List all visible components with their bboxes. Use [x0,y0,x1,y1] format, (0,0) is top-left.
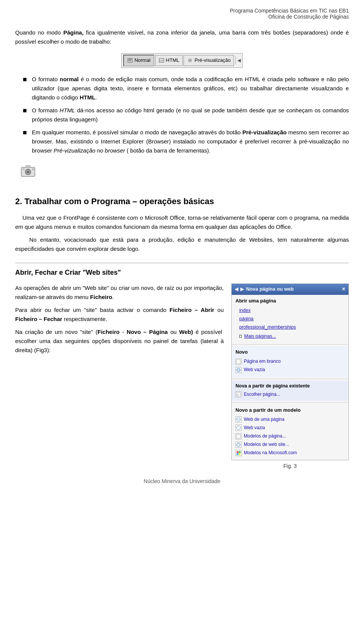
panel-modelo-web-row: Web de uma página [235,416,345,423]
subsection-para3: Na criação de um novo "site" (Ficheiro -… [15,327,224,355]
panel-abrir-section: Abrir uma página index página profession… [232,295,348,343]
intro-paragraph: Quando no modo Página, fica igualmente v… [15,28,349,46]
svg-rect-29 [237,453,238,455]
panel-title: Nova página ou web [246,285,294,293]
section-heading: 2. Trabalhar com o Programa – operações … [15,195,349,208]
toolbar-separator [235,56,236,65]
two-col-layout: As operações de abrir um "Web site" ou c… [15,283,349,471]
panel-branco-icon [235,359,242,365]
section2-para2: No entanto, vocacionado que está para a … [15,235,349,253]
bullet-section: ■ O formato normal é o modo de edição ma… [23,75,349,155]
fig-label: Fig. 3 [231,462,349,470]
header-line2: Oficina de Construção de Páginas [15,14,349,20]
subsection-para2: Para abrir ou fechar um "site" basta act… [15,305,224,324]
svg-point-14 [32,168,34,170]
svg-point-7 [189,60,190,61]
svg-point-25 [237,443,240,447]
svg-rect-24 [237,434,240,438]
panel-link-index[interactable]: index [235,306,345,315]
panel-microsoft-btn[interactable]: Modelos na Microsoft.com [244,449,297,457]
bullet-text-1: O formato normal é o modo de edição mais… [32,75,349,102]
panel-divider-1 [232,344,348,345]
bullet-text-2: O formato HTML dá-nos acesso ao código h… [32,106,349,124]
panel-novo-web-row: Web vazia [235,366,345,373]
panel: ◀ ▶ Nova página ou web ✕ Abrir uma págin… [231,283,349,461]
header-line1: Programa Competências Básicas em TIC nas… [15,8,349,14]
panel-modelo-title: Novo a partir de um modelo [235,406,345,414]
panel-escolher-icon: ✔ [235,391,242,397]
panel-header-icons: ✕ [342,286,345,293]
svg-text:✔: ✔ [237,393,239,396]
camera-svg [20,164,36,178]
panel-modelos-pagina-row: Modelos de página... [235,433,345,440]
panel-web-btn[interactable]: Web vazia [244,366,265,373]
toolbar-arrow: ◀ [237,57,241,64]
svg-rect-9 [26,165,30,168]
footer: Núcleo Minerva da Universidade [15,478,349,484]
panel-microsoft-icon [235,450,242,456]
panel-mais-link[interactable]: Mais páginas... [244,332,276,340]
svg-rect-28 [239,451,241,453]
svg-point-23 [237,426,240,430]
panel-link-memberships[interactable]: professional_memberships [235,323,345,331]
header: Programa Competências Básicas em TIC nas… [15,8,349,21]
svg-point-12 [27,171,29,173]
panel-divider-3 [232,402,348,403]
panel-modelo-web-btn[interactable]: Web de uma página [244,416,284,423]
svg-rect-27 [237,451,238,453]
footer-text: Núcleo Minerva da Universidade [144,478,220,484]
svg-rect-13 [23,168,25,170]
panel-modelo-vazia-row: Web vazia [235,424,345,431]
panel-escolher-btn[interactable]: Escolher página... [244,391,280,398]
col-right: ◀ ▶ Nova página ou web ✕ Abrir uma págin… [231,283,349,471]
section-heading-text: 2. Trabalhar com o Programa – operações … [15,197,214,206]
main-content: Quando no modo Página, fica igualmente v… [15,28,349,471]
normal-button[interactable]: Normal [123,55,154,66]
panel-escolher-row: ✔ Escolher página... [235,391,345,398]
col-left: As operações de abrir um "Web site" ou c… [15,283,224,471]
panel-divider-2 [232,379,348,379]
bullet-icon-3: ■ [23,127,30,138]
page: Programa Competências Básicas em TIC nas… [0,0,364,499]
bullet-text-3: Em qualquer momento, é possível simular … [32,128,349,155]
html-label: HTML [166,57,179,65]
bullet-item-3: ■ Em qualquer momento, é possível simula… [23,128,349,155]
panel-header: ◀ ▶ Nova página ou web ✕ [232,284,348,295]
page-icon-mais: 🗋 [238,333,243,340]
preview-button[interactable]: Pré-visualização [184,55,234,66]
panel-modelo-section: Novo a partir de um modelo Web de uma pá… [232,404,348,460]
subsection-heading-text: Abrir, Fechar e Criar "Web sites" [15,269,121,276]
panel-modelo-vazia-icon [235,425,242,431]
svg-rect-26 [237,444,240,446]
panel-close-icon[interactable]: ✕ [342,286,345,293]
panel-web-icon [235,367,242,373]
panel-branco-btn[interactable]: Página em branco [244,358,281,365]
panel-modelos-pagina-icon [235,433,242,439]
panel-novo-section: Novo Página em branco Web vazia [232,346,348,377]
panel-back-icon[interactable]: ◀ [235,286,238,293]
panel-partir-title: Nova a partir de página existente [235,382,345,390]
section2-para1: Uma vez que o FrontPage é consistente co… [15,213,349,231]
preview-icon [187,58,193,63]
html-icon: </> [158,58,165,63]
svg-rect-30 [239,453,241,455]
html-button[interactable]: </> HTML [155,55,183,66]
normal-icon [127,58,133,63]
subsection-heading: Abrir, Fechar e Criar "Web sites" [15,263,349,278]
camera-icon-container [20,163,36,179]
normal-label: Normal [135,57,151,65]
panel-modelos-web-btn[interactable]: Modelos de web site... [244,441,289,448]
preview-label: Pré-visualização [195,57,231,65]
panel-modelos-pagina-btn[interactable]: Modelos de página... [244,433,286,440]
panel-novo-branco-row: Página em branco [235,358,345,365]
panel-microsoft-row: Modelos na Microsoft.com [235,449,345,457]
panel-modelos-web-icon [235,442,242,448]
bullet-icon-2: ■ [23,105,30,116]
panel-link-pagina[interactable]: página [235,315,345,323]
bullet-icon-1: ■ [23,74,30,85]
svg-rect-15 [237,360,240,364]
bullet-item-2: ■ O formato HTML dá-nos acesso ao código… [23,106,349,124]
panel-forward-icon[interactable]: ▶ [240,286,244,293]
panel-modelo-vazia-btn[interactable]: Web vazia [244,424,265,431]
panel-novo-title: Novo [235,348,345,356]
